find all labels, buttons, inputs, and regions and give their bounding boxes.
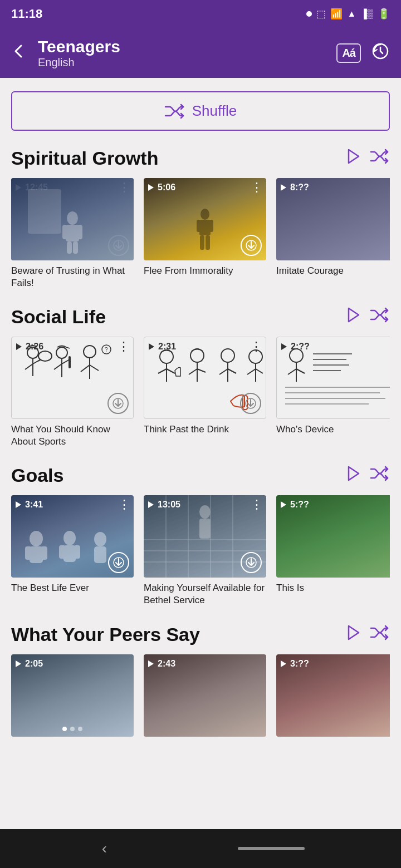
svg-rect-56	[59, 545, 66, 559]
video-thumb-imitate: 8:??	[276, 178, 390, 260]
video-download-drink[interactable]	[240, 393, 261, 414]
shuffle-label: Shuffle	[192, 102, 237, 120]
svg-point-68	[199, 505, 211, 519]
section-peers-title: What Your Peers Say	[11, 624, 200, 645]
video-card-device[interactable]: 2:??	[276, 337, 390, 448]
video-thumb-peers-3: 3:??	[276, 654, 390, 737]
header-actions: Aá	[336, 42, 390, 65]
video-thumb-flee: 5:06 ⋮	[144, 178, 266, 260]
video-duration-this-is: 5:??	[281, 500, 309, 510]
svg-rect-69	[199, 519, 211, 539]
video-duration-peers-2: 2:43	[148, 659, 175, 669]
video-duration-peers-3: 3:??	[281, 659, 309, 669]
svg-line-30	[90, 365, 99, 371]
video-card-peers-2[interactable]: 2:43	[144, 654, 266, 741]
svg-point-58	[94, 532, 106, 546]
svg-point-50	[30, 531, 43, 546]
section-peers-header: What Your Peers Say	[11, 624, 390, 645]
section-spiritual-growth: Spiritual Growth	[11, 147, 390, 289]
video-card-beware[interactable]: 12:45 ⋮	[11, 178, 134, 289]
svg-point-15	[27, 347, 38, 358]
video-download-sports[interactable]	[107, 393, 129, 414]
svg-line-29	[81, 365, 90, 372]
video-card-flee[interactable]: 5:06 ⋮	[144, 178, 266, 289]
svg-point-2	[67, 211, 78, 225]
video-thumb-this-is: 5:??	[276, 495, 390, 578]
social-life-shuffle-button[interactable]	[370, 307, 390, 327]
svg-point-9	[200, 209, 209, 220]
video-card-best-life[interactable]: 3:41 ⋮	[11, 495, 134, 606]
back-nav-button[interactable]: ‹	[96, 834, 113, 863]
section-spiritual-growth-header: Spiritual Growth	[11, 147, 390, 169]
video-title-this-is: This Is	[276, 582, 390, 594]
header: Teenagers English Aá	[0, 28, 401, 78]
video-thumb-peers-1: 2:05	[11, 654, 134, 737]
notification-dot-icon	[306, 11, 312, 17]
section-peers: What Your Peers Say	[11, 624, 390, 741]
play-triangle-icon-2	[148, 184, 154, 191]
video-title-drink: Think Past the Drink	[144, 423, 266, 436]
goals-play-button[interactable]	[344, 465, 362, 486]
video-download-flee[interactable]	[241, 235, 262, 256]
svg-rect-6	[67, 241, 72, 254]
video-thumb-drink: 2:31 ⋮	[144, 337, 266, 419]
svg-line-23	[54, 364, 62, 369]
svg-point-27	[84, 346, 96, 358]
video-title-flee: Flee From Immorality	[144, 265, 266, 277]
video-card-sports[interactable]: 2:26 ⋮	[11, 337, 134, 448]
svg-line-17	[25, 364, 33, 369]
header-title-group: Teenagers English	[38, 37, 325, 69]
goals-shuffle-button[interactable]	[370, 466, 390, 485]
section-spiritual-growth-title: Spiritual Growth	[11, 147, 158, 169]
svg-rect-11	[197, 220, 201, 232]
section-goals: Goals	[11, 465, 390, 606]
video-thumb-peers-2: 2:43	[144, 654, 266, 737]
play-tri-p1	[16, 660, 21, 667]
video-thumb-sports: 2:26 ⋮	[11, 337, 134, 419]
video-card-imitate[interactable]: 8:?? Imitate Courage	[276, 178, 390, 289]
svg-rect-52	[25, 546, 32, 560]
section-goals-header: Goals	[11, 465, 390, 486]
section-social-life-actions	[344, 306, 390, 328]
video-menu-best-life[interactable]: ⋮	[118, 499, 130, 511]
home-indicator[interactable]	[238, 847, 305, 850]
bluetooth-icon: 📶	[330, 8, 343, 20]
section-goals-title: Goals	[11, 465, 63, 486]
play-tri-this-is	[281, 501, 286, 508]
social-life-play-button[interactable]	[344, 306, 362, 328]
history-button[interactable]	[371, 42, 390, 65]
svg-rect-4	[62, 225, 68, 239]
video-card-bethel[interactable]: 13:05 ⋮	[144, 495, 266, 606]
section-social-life-title: Social Life	[11, 306, 106, 328]
play-tri-p2	[148, 660, 154, 667]
translate-button[interactable]: Aá	[336, 43, 361, 63]
peers-shuffle-button[interactable]	[370, 625, 390, 644]
spiritual-growth-shuffle-button[interactable]	[370, 149, 390, 168]
page-subtitle: English	[38, 56, 325, 69]
peers-play-button[interactable]	[344, 624, 362, 645]
video-title-sports: What You Should Know About Sports	[11, 423, 134, 448]
signal-icon: ▐▒	[360, 9, 373, 19]
svg-rect-13	[200, 235, 204, 250]
play-tri-p3	[281, 660, 286, 667]
status-bar: 11:18 ⬚ 📶 ▲ ▐▒ 🔋	[0, 0, 401, 28]
play-triangle-icon-3	[281, 184, 286, 191]
back-button[interactable]	[11, 43, 27, 63]
svg-rect-25	[69, 356, 71, 368]
video-card-drink[interactable]: 2:31 ⋮	[144, 337, 266, 448]
video-card-peers-1[interactable]: 2:05	[11, 654, 134, 741]
svg-line-26	[66, 347, 70, 348]
video-menu-flee[interactable]: ⋮	[251, 181, 263, 194]
bottom-navigation-bar: ‹	[0, 829, 401, 868]
video-thumb-best-life: 3:41 ⋮	[11, 495, 134, 578]
section-peers-actions	[344, 624, 390, 645]
status-icons: ⬚ 📶 ▲ ▐▒ 🔋	[306, 8, 390, 20]
battery-icon: 🔋	[378, 8, 390, 20]
svg-point-40	[290, 349, 303, 362]
section-goals-actions	[344, 465, 390, 486]
svg-rect-14	[206, 235, 210, 250]
video-card-peers-3[interactable]: 3:??	[276, 654, 390, 741]
video-card-this-is[interactable]: 5:?? This Is	[276, 495, 390, 606]
shuffle-button[interactable]: Shuffle	[11, 91, 390, 131]
spiritual-growth-play-button[interactable]	[344, 147, 362, 169]
